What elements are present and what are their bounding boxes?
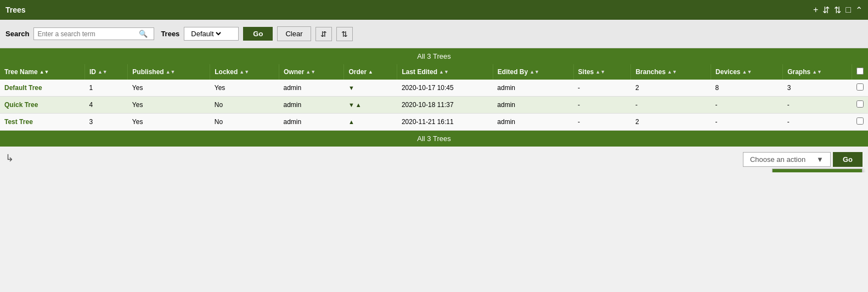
tree-owner: admin [279,80,344,97]
title-bar: Trees + ⇵ ⇅ □ ⌃ [0,0,868,20]
tree-sites: - [573,97,631,114]
order-up-arrow[interactable]: ▲ [356,102,362,108]
col-devices[interactable]: Devices ▲▼ [711,64,783,80]
col-sites[interactable]: Sites ▲▼ [573,64,631,80]
col-order[interactable]: Order ▲ [344,64,397,80]
tree-last-edited: 2020-10-18 11:37 [397,97,493,114]
page-title: Trees [5,5,26,14]
search-clear-button[interactable]: Clear [277,26,311,41]
row-select-cell [852,80,869,97]
tree-branches: 2 [631,114,711,131]
trees-table: Tree Name ▲▼ ID ▲▼ Published ▲▼ Locked ▲… [0,64,868,131]
tree-graphs: - [783,97,852,114]
tree-devices: - [711,114,783,131]
tree-graphs: - [783,114,852,131]
sort-desc-button[interactable]: ⇵ [315,27,332,41]
search-magnifier-icon[interactable]: 🔍 [139,30,148,38]
col-last-edited[interactable]: Last Edited ▲▼ [397,64,493,80]
tree-locked: No [210,97,279,114]
tree-locked: No [210,114,279,131]
tree-order: ▲ [344,114,397,131]
search-label: Search [5,30,29,38]
action-menu-item[interactable]: Choose an action [773,169,862,172]
tree-owner: admin [279,114,344,131]
search-go-button[interactable]: Go [243,27,273,41]
row-select-cell [852,97,869,114]
sort-asc-button[interactable]: ⇅ [336,27,353,41]
table-summary-top: All 3 Trees [0,48,868,64]
table-row: Test Tree3YesNoadmin▲2020-11-21 16:11adm… [0,114,868,131]
add-icon[interactable]: + [813,5,818,15]
col-select-all[interactable] [852,64,869,80]
trees-filter-label: Trees [161,30,179,38]
tree-last-edited: 2020-11-21 16:11 [397,114,493,131]
col-owner[interactable]: Owner ▲▼ [279,64,344,80]
table-row: Default Tree1YesYesadmin▼2020-10-17 10:4… [0,80,868,97]
tree-locked: Yes [210,80,279,97]
tree-published: Yes [128,114,210,131]
table-summary-bottom: All 3 Trees [0,131,868,147]
collapse-icon[interactable]: ⌃ [855,5,863,15]
trees-dropdown-wrap[interactable]: Default [184,27,239,41]
row-checkbox[interactable] [856,117,864,125]
search-bar: Search 🔍 Trees Default Go Clear ⇵ ⇅ [0,20,868,48]
tree-sites: - [573,114,631,131]
tree-order: ▼ [344,80,397,97]
sort-down-icon[interactable]: ⇵ [822,5,830,15]
tree-name-link[interactable]: Quick Tree [4,101,38,109]
bulk-action-area: Choose an action ▼ Go Choose an actionDe… [743,152,863,167]
tree-edited-by: admin [493,114,573,131]
action-dropdown-menu: Choose an actionDeletePublishUn-PublishU… [772,169,863,172]
tree-id: 3 [84,114,127,131]
tree-name-link[interactable]: Default Tree [4,84,42,92]
choose-action-label: Choose an action [750,155,805,164]
tree-devices: 8 [711,80,783,97]
title-bar-actions: + ⇵ ⇅ □ ⌃ [813,5,863,15]
order-up-arrow[interactable]: ▲ [348,119,354,125]
tree-branches: - [631,97,711,114]
tree-name-link[interactable]: Test Tree [4,118,33,126]
tree-owner: admin [279,97,344,114]
row-checkbox[interactable] [856,100,864,108]
trees-table-container: All 3 Trees Tree Name ▲▼ ID ▲▼ Published… [0,48,868,147]
col-locked[interactable]: Locked ▲▼ [210,64,279,80]
expand-icon[interactable]: □ [846,5,851,15]
tree-id: 4 [84,97,127,114]
tree-edited-by: admin [493,97,573,114]
dropdown-chevron-icon: ▼ [816,155,824,164]
sort-up-icon[interactable]: ⇅ [834,5,841,15]
col-branches[interactable]: Branches ▲▼ [631,64,711,80]
trees-dropdown[interactable]: Default [189,29,223,38]
tree-sites: - [573,80,631,97]
back-arrow-icon[interactable]: ↳ [5,152,14,164]
tree-graphs: 3 [783,80,852,97]
row-checkbox[interactable] [856,83,864,91]
tree-order: ▼▲ [344,97,397,114]
col-id[interactable]: ID ▲▼ [84,64,127,80]
search-input[interactable] [37,30,139,38]
select-all-checkbox[interactable] [856,68,864,75]
tree-branches: 2 [631,80,711,97]
choose-action-dropdown[interactable]: Choose an action ▼ [743,152,831,167]
action-go-button[interactable]: Go [833,152,863,167]
col-edited-by[interactable]: Edited By ▲▼ [493,64,573,80]
col-tree-name[interactable]: Tree Name ▲▼ [0,64,84,80]
col-published[interactable]: Published ▲▼ [128,64,210,80]
order-down-arrow[interactable]: ▼ [348,102,354,108]
table-row: Quick Tree4YesNoadmin▼▲2020-10-18 11:37a… [0,97,868,114]
tree-published: Yes [128,80,210,97]
bottom-action-area: ↳ Choose an action ▼ Go Choose an action… [0,147,868,172]
tree-id: 1 [84,80,127,97]
tree-edited-by: admin [493,80,573,97]
tree-published: Yes [128,97,210,114]
tree-devices: - [711,97,783,114]
tree-last-edited: 2020-10-17 10:45 [397,80,493,97]
col-graphs[interactable]: Graphs ▲▼ [783,64,852,80]
row-select-cell [852,114,869,131]
search-input-wrap: 🔍 [33,27,154,40]
order-down-arrow[interactable]: ▼ [348,85,354,91]
